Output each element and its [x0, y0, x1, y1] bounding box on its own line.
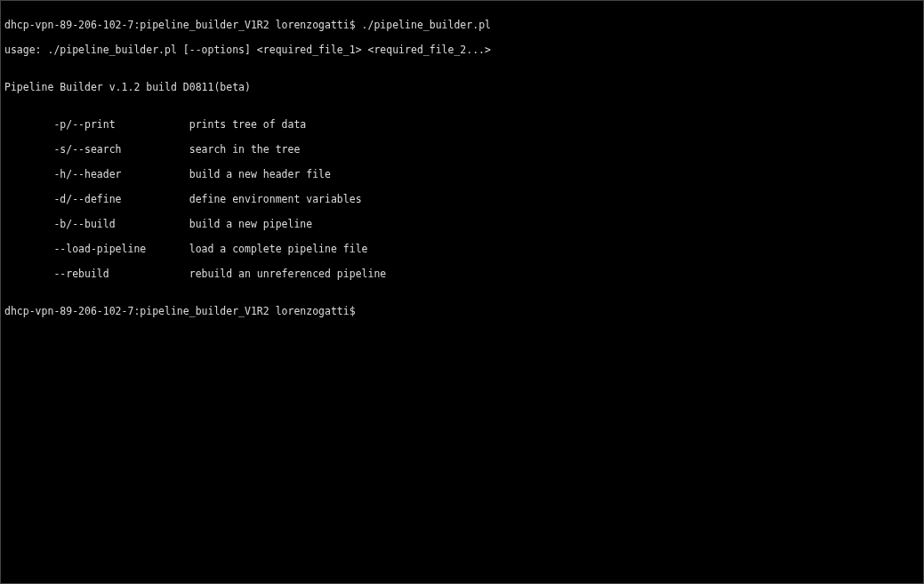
option-define: -d/--define define environment variables	[4, 193, 920, 205]
entered-command: ./pipeline_builder.pl	[362, 19, 491, 31]
prompt-line-2[interactable]: dhcp-vpn-89-206-102-7:pipeline_builder_V…	[4, 305, 920, 317]
prompt-line-1: dhcp-vpn-89-206-102-7:pipeline_builder_V…	[4, 19, 920, 31]
shell-prompt: dhcp-vpn-89-206-102-7:pipeline_builder_V…	[4, 19, 362, 31]
option-search: -s/--search search in the tree	[4, 143, 920, 156]
option-rebuild: --rebuild rebuild an unreferenced pipeli…	[4, 268, 920, 280]
cursor	[362, 307, 368, 317]
option-load-pipeline: --load-pipeline load a complete pipeline…	[4, 243, 920, 255]
option-build: -b/--build build a new pipeline	[4, 218, 920, 230]
option-header: -h/--header build a new header file	[4, 168, 920, 180]
shell-prompt: dhcp-vpn-89-206-102-7:pipeline_builder_V…	[4, 305, 362, 317]
version-line: Pipeline Builder v.1.2 build D0811(beta)	[4, 81, 920, 93]
option-print: -p/--print prints tree of data	[4, 118, 920, 131]
terminal-window[interactable]: dhcp-vpn-89-206-102-7:pipeline_builder_V…	[1, 1, 923, 583]
usage-line: usage: ./pipeline_builder.pl [--options]…	[4, 44, 920, 56]
